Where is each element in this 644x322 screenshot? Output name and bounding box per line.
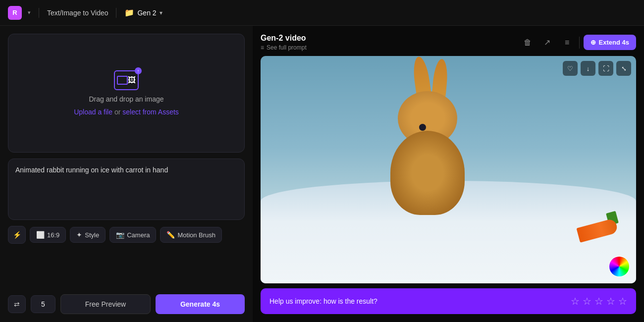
logo-text: R — [12, 9, 17, 16]
camera-button[interactable]: 📷 Camera — [109, 227, 156, 243]
motion-brush-button[interactable]: ✏️ Motion Brush — [160, 227, 222, 243]
trash-icon: 🗑 — [524, 38, 532, 47]
rabbit-body-main — [390, 131, 465, 215]
rabbit-eye — [419, 124, 426, 131]
video-overlay-icons: ♡ ↓ ⛶ ⤡ — [563, 61, 631, 76]
color-wheel — [609, 257, 629, 276]
filters-icon: ⚡ — [13, 231, 21, 239]
breadcrumb-text: Text/Image to Video — [47, 9, 108, 17]
folder-label: Gen 2 — [137, 9, 156, 17]
top-navigation: R ▾ Text/Image to Video 📁 Gen 2 ▾ — [0, 0, 644, 26]
extend-icon: ⊕ — [590, 39, 596, 46]
steps-button[interactable]: 5 — [31, 295, 55, 313]
generate-label: Generate 4s — [180, 300, 220, 308]
rabbit-body — [373, 91, 482, 215]
rating-text: Help us improve: how is the result? — [269, 297, 377, 305]
video-title-area: Gen-2 video ≡ See full prompt — [261, 34, 307, 51]
folder-chevron-icon: ▾ — [160, 9, 162, 16]
like-button[interactable]: ♡ — [563, 61, 578, 76]
expand-button[interactable]: ⛶ — [598, 61, 613, 76]
camera-icon: 📷 — [116, 231, 124, 239]
logo-button[interactable]: R — [8, 6, 22, 20]
star-1[interactable]: ☆ — [571, 295, 580, 307]
settings-button[interactable]: ⇄ — [8, 295, 26, 313]
video-actions: 🗑 ↗ ≡ ⊕ Extend 4s — [520, 35, 636, 51]
motion-brush-label: Motion Brush — [177, 231, 215, 239]
prompt-input[interactable] — [15, 166, 237, 211]
action-divider — [579, 37, 580, 49]
star-2[interactable]: ☆ — [583, 295, 591, 307]
star-4[interactable]: ☆ — [606, 295, 615, 307]
rating-bar: Help us improve: how is the result? ☆ ☆ … — [261, 288, 636, 314]
nav-divider-1 — [39, 8, 39, 18]
drop-primary-text: Drag and drop an image — [89, 95, 164, 103]
aspect-ratio-label: 16:9 — [47, 231, 59, 239]
bottom-row: ⇄ 5 Free Preview Generate 4s — [8, 294, 245, 314]
download-button[interactable]: ↓ — [581, 61, 595, 76]
delete-button[interactable]: 🗑 — [520, 35, 536, 51]
steps-value: 5 — [41, 300, 45, 308]
drop-links: Upload a file or select from Assets — [74, 108, 179, 116]
left-panel: 🖼 ↑ Drag and drop an image Upload a file… — [0, 26, 253, 322]
toolbar-row: ⚡ ⬜ 16:9 ✦ Style 📷 Camera ✏️ Motion Brus… — [8, 226, 245, 244]
fullscreen-button[interactable]: ⤡ — [616, 61, 631, 76]
more-options-button[interactable]: ≡ — [559, 35, 575, 51]
main-content: 🖼 ↑ Drag and drop an image Upload a file… — [0, 26, 644, 322]
aspect-ratio-button[interactable]: ⬜ 16:9 — [30, 227, 66, 243]
generate-button[interactable]: Generate 4s — [156, 294, 245, 314]
motion-brush-icon: ✏️ — [166, 231, 175, 239]
filters-button[interactable]: ⚡ — [8, 226, 26, 244]
style-button[interactable]: ✦ Style — [70, 227, 106, 243]
style-icon: ✦ — [76, 231, 82, 239]
see-full-prompt-button[interactable]: ≡ See full prompt — [261, 44, 307, 51]
image-drop-zone[interactable]: 🖼 ↑ Drag and drop an image Upload a file… — [8, 34, 245, 153]
video-container: ♡ ↓ ⛶ ⤡ — [261, 56, 636, 283]
logo-dropdown-arrow[interactable]: ▾ — [28, 9, 31, 16]
nav-divider-2 — [116, 8, 116, 18]
video-title: Gen-2 video — [261, 34, 307, 43]
extend-button[interactable]: ⊕ Extend 4s — [584, 35, 636, 50]
upload-file-link[interactable]: Upload a file — [74, 108, 112, 116]
see-prompt-text: See full prompt — [267, 44, 307, 51]
prompt-icon: ≡ — [261, 44, 264, 51]
star-5[interactable]: ☆ — [618, 295, 627, 307]
share-button[interactable]: ↗ — [539, 35, 555, 51]
prompt-box — [8, 159, 245, 220]
image-icon-inner: 🖼 — [128, 76, 136, 85]
free-preview-label: Free Preview — [85, 300, 126, 308]
star-3[interactable]: ☆ — [594, 295, 603, 307]
camera-label: Camera — [127, 231, 150, 239]
select-assets-link[interactable]: select from Assets — [122, 108, 179, 116]
video-header: Gen-2 video ≡ See full prompt 🗑 ↗ ≡ — [261, 34, 636, 51]
folder-icon: 📁 — [124, 8, 134, 17]
video-scene: ♡ ↓ ⛶ ⤡ — [261, 56, 636, 283]
free-preview-button[interactable]: Free Preview — [60, 294, 151, 314]
upload-arrow-icon: ↑ — [135, 67, 142, 74]
menu-icon: ≡ — [565, 38, 569, 47]
share-icon: ↗ — [544, 38, 550, 47]
image-upload-icon: 🖼 ↑ — [114, 70, 139, 90]
star-rating: ☆ ☆ ☆ ☆ ☆ — [571, 295, 627, 307]
right-panel: Gen-2 video ≡ See full prompt 🗑 ↗ ≡ — [253, 26, 644, 322]
gen2-folder-selector[interactable]: 📁 Gen 2 ▾ — [124, 8, 162, 17]
or-text: or — [112, 108, 122, 116]
extend-label: Extend 4s — [599, 39, 629, 46]
settings-icon: ⇄ — [14, 300, 20, 308]
style-label: Style — [85, 231, 99, 239]
aspect-ratio-icon: ⬜ — [36, 231, 45, 239]
